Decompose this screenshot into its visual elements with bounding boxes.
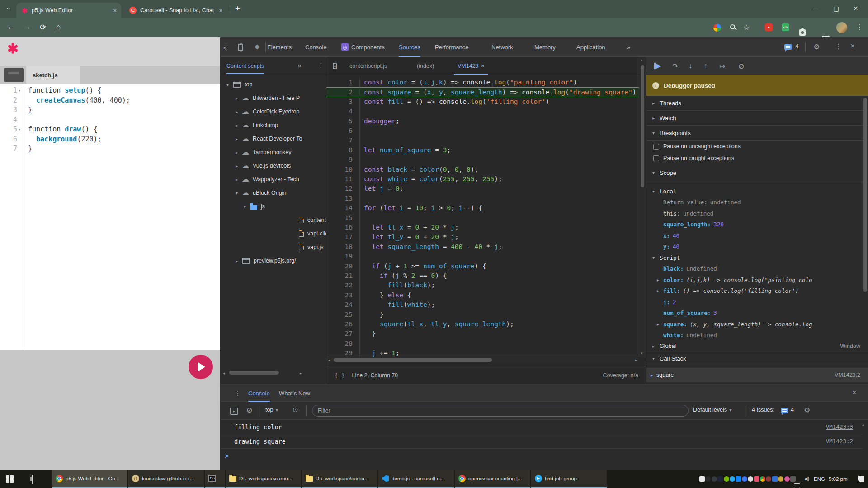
resume-script-icon[interactable]: ▶ — [654, 57, 661, 75]
code-line-18[interactable]: 18 let square_length = 400 - 40 * j; — [326, 242, 639, 252]
task-view-button[interactable] — [32, 476, 33, 484]
tree-item-preview-p5js-org-[interactable]: ▸preview.p5js.org/ — [220, 254, 326, 267]
tree-item-vapi-client-js[interactable]: vapi-client.js — [220, 227, 326, 240]
code-line-2[interactable]: 2const square = (x, y, square_length) =>… — [326, 87, 639, 97]
tray-icon-0[interactable] — [699, 476, 705, 482]
p5-code-line[interactable]: 7} — [0, 144, 220, 154]
code-line-15[interactable]: 15 — [326, 213, 639, 223]
p5-code-line[interactable]: 4 — [0, 115, 220, 125]
scope-global-row[interactable]: ▸GlobalWindow — [646, 341, 868, 352]
console-settings-gear-icon[interactable]: ⚙ — [804, 406, 810, 414]
code-line-11[interactable]: 11const white = color(255, 255, 255); — [326, 174, 639, 184]
section-scope[interactable]: ▾Scope — [646, 164, 868, 182]
tray-icon-1[interactable] — [705, 476, 711, 482]
code-line-8[interactable]: 8let num_of_square = 3; — [326, 145, 639, 155]
tree-item-vue-js-devtools[interactable]: ▸☁Vue.js devtools — [220, 159, 326, 173]
scope-entry-j[interactable]: j: 2 — [646, 296, 868, 308]
source-link[interactable]: VM1423:2 — [826, 438, 853, 445]
tree-item-contentscript-j[interactable]: contentscript.j — [220, 213, 326, 227]
back-button[interactable]: ← — [7, 23, 15, 32]
tray-icon-4[interactable] — [724, 476, 729, 482]
tray-icon-14[interactable] — [784, 476, 790, 482]
sidebar-more-tabs-icon[interactable]: » — [298, 62, 302, 69]
tab-content-scripts[interactable]: Content scripts — [226, 57, 264, 75]
deactivate-breakpoints-icon[interactable]: ⊘ — [738, 57, 744, 75]
devtools-tab-performance[interactable]: Performance — [435, 37, 468, 57]
scroll-right-arrow[interactable]: ▸ — [300, 371, 302, 375]
breakpoint-option[interactable]: Pause on caught exceptions — [646, 152, 868, 164]
scope-entry-fill[interactable]: ▸fill: () => console.log('filling color'… — [646, 286, 868, 297]
tree-item-tampermonkey[interactable]: ▸☁Tampermonkey — [220, 145, 326, 159]
step-out-icon[interactable]: ↑ — [704, 57, 708, 75]
scope-entry-Returnvalue[interactable]: Return value: undefined — [646, 197, 868, 208]
code-line-1[interactable]: 1const color = (i,j,k) => console.log("p… — [326, 78, 639, 87]
tree-item-vapi-js[interactable]: vapi.js — [220, 240, 326, 254]
p5-code-line[interactable]: 3} — [0, 105, 220, 115]
extension-icon-red[interactable]: ● — [765, 23, 773, 31]
devtools-menu-icon[interactable]: ⋮ — [835, 42, 842, 51]
tray-icon-15[interactable] — [790, 476, 796, 482]
scope-local-header[interactable]: ▾Local — [646, 186, 868, 197]
tray-icon-6[interactable] — [736, 476, 741, 482]
devtools-tab-sources[interactable]: Sources — [399, 37, 420, 57]
code-line-26[interactable]: 26 square(tl_x, tl_y, square_length); — [326, 319, 639, 329]
p5-code-line[interactable]: 5▾function draw() { — [0, 125, 220, 135]
taskbar-app-cmd[interactable]: C:\ — [205, 470, 225, 488]
tab-close-icon[interactable]: × — [113, 7, 117, 14]
devtools-tab-application[interactable]: Application — [576, 37, 605, 57]
clock[interactable]: 5:02 pm — [829, 470, 848, 488]
context-selector[interactable]: top ▼ — [265, 407, 279, 413]
code-line-27[interactable]: 27 } — [326, 329, 639, 338]
tree-item-ublock-origin[interactable]: ▾☁uBlock Origin — [220, 186, 326, 200]
editor-h-scrollbar[interactable]: ◂ ▸ — [326, 357, 639, 362]
scope-entry-white[interactable]: white: undefined — [646, 330, 868, 341]
tab-search-icon[interactable]: ⌄ — [6, 4, 11, 11]
start-button[interactable] — [6, 475, 14, 483]
tree-item-react-developer-to[interactable]: ▸☁React Developer To — [220, 132, 326, 145]
navigator-toggle-icon[interactable]: ◂ — [333, 62, 337, 69]
taskbar-app-find-job-group[interactable]: find-job-group — [531, 470, 607, 488]
new-tab-button[interactable]: + — [235, 4, 240, 14]
issues-link[interactable]: 4 Issues: — [752, 407, 774, 413]
tree-item-linkclump[interactable]: ▸☁Linkclump — [220, 118, 326, 132]
zoom-icon[interactable] — [730, 24, 735, 29]
play-button[interactable] — [189, 355, 213, 379]
browser-tab-carousell[interactable]: C Carousell - Snap to List, Chat t × — [125, 3, 227, 18]
code-line-10[interactable]: 10const black = color(0, 0, 0); — [326, 165, 639, 174]
h-scrollbar-thumb[interactable] — [229, 371, 279, 375]
language-indicator[interactable]: ENG — [814, 470, 825, 488]
drawer-menu-icon[interactable]: ⋮ — [235, 389, 241, 397]
scope-entry-black[interactable]: black: undefined — [646, 263, 868, 275]
window-minimize-button[interactable]: ─ — [813, 5, 817, 12]
scope-entry-this[interactable]: this: undefined — [646, 208, 868, 219]
notification-center-icon[interactable] — [858, 476, 864, 482]
scope-entry-x[interactable]: x: 40 — [646, 230, 868, 241]
code-line-5[interactable]: 5debugger; — [326, 117, 639, 126]
code-line-25[interactable]: 25 } — [326, 310, 639, 319]
section-watch[interactable]: ▸Watch — [646, 111, 868, 126]
code-line-29[interactable]: 29 j += 1; — [326, 348, 639, 357]
source-link[interactable]: VM1423:3 — [826, 423, 853, 430]
devtools-tab-memory[interactable]: Memory — [534, 37, 556, 57]
code-line-23[interactable]: 23 } else { — [326, 291, 639, 300]
file-tab-contentscriptjs[interactable]: contentscript.js — [349, 57, 387, 75]
sketch-files-drawer-icon[interactable] — [4, 68, 24, 82]
network-icon[interactable] — [794, 483, 800, 488]
drawer-tab-console[interactable]: Console — [248, 385, 270, 402]
console-scroll-up-arrow[interactable]: ▴ — [862, 422, 864, 427]
extension-cube-icon[interactable]: ◆ — [255, 42, 260, 51]
code-line-22[interactable]: 22 fill(black); — [326, 281, 639, 290]
debugger-v-scrollbar[interactable] — [863, 98, 867, 292]
file-tab-vm1423[interactable]: VM1423 × — [458, 57, 485, 75]
tray-icon-5[interactable] — [730, 476, 735, 482]
section-call-stack[interactable]: ▾Call Stack — [646, 352, 868, 365]
window-close-button[interactable]: × — [854, 4, 858, 13]
tree-item-top[interactable]: ▾top — [220, 78, 326, 91]
drawer-tab-whats-new[interactable]: What's New — [279, 385, 310, 402]
inspect-icon[interactable] — [226, 43, 226, 50]
extension-icon-green[interactable]: ch — [782, 23, 789, 31]
settings-gear-icon[interactable]: ⚙ — [813, 42, 820, 51]
call-stack-frame[interactable]: ▸squareVM1423:2 — [646, 368, 868, 382]
tree-item-js[interactable]: ▾js — [220, 200, 326, 213]
tray-icon-8[interactable] — [748, 476, 753, 482]
